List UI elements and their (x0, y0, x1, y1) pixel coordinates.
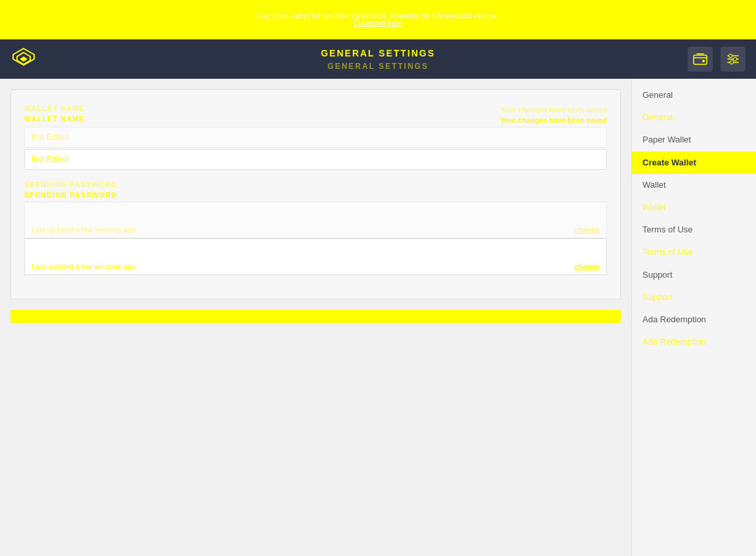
top-banner: Use Yoroi wallet for the best experience… (0, 0, 756, 39)
navbar-actions (688, 47, 746, 72)
sidebar-item-terms-ghost[interactable]: Terms of Use (632, 241, 756, 263)
save-bar (10, 310, 621, 323)
sidebar-item-wallet-ghost[interactable]: Wallet (632, 196, 756, 219)
wallet-name-row: WALLET NAME Your changes have been saved (24, 115, 607, 125)
wallet-icon-btn[interactable] (688, 47, 713, 72)
spending-meta: Last updated a few seconds ago change (24, 259, 607, 275)
save-status-ghost: Your changes have been saved (489, 106, 607, 114)
svg-marker-2 (20, 56, 28, 62)
change-btn[interactable]: change (574, 263, 600, 270)
spending-input-ghost[interactable] (24, 202, 607, 222)
banner-line2[interactable]: Download here (354, 20, 402, 27)
wallet-name-input-ghost[interactable] (24, 127, 607, 148)
navbar-title-line2: GENERAL SETTINGS (321, 60, 435, 72)
sidebar: General General Paper Wallet Create Wall… (631, 79, 756, 556)
settings-form: WALLET NAME Your changes have been saved… (10, 89, 621, 299)
navbar-title-line1: GENERAL SETTINGS (321, 47, 435, 60)
sidebar-item-paper-wallet[interactable]: Paper Wallet (632, 129, 756, 151)
sidebar-item-wallet[interactable]: Wallet (632, 174, 756, 196)
content-area: WALLET NAME Your changes have been saved… (0, 79, 631, 556)
spending-label: SPENDING PASSWORD (24, 191, 607, 199)
svg-point-8 (729, 54, 732, 58)
wallet-name-group: WALLET NAME Your changes have been saved… (24, 104, 607, 170)
svg-point-4 (702, 60, 705, 62)
change-btn-ghost[interactable]: change (574, 226, 600, 234)
main-layout: WALLET NAME Your changes have been saved… (0, 79, 756, 556)
navbar-title: GENERAL SETTINGS GENERAL SETTINGS (321, 47, 435, 72)
spending-input-wrap: Last updated a few seconds ago change (24, 238, 607, 275)
sidebar-item-create-wallet[interactable]: Create Wallet (632, 152, 756, 174)
spending-meta-ghost: Last updated a few seconds ago change (24, 222, 607, 238)
sidebar-item-ada-redemption-ghost[interactable]: Ada Redemption (632, 331, 756, 353)
navbar: GENERAL SETTINGS GENERAL SETTINGS (0, 39, 756, 79)
sidebar-item-support[interactable]: Support (632, 264, 756, 286)
sidebar-item-general[interactable]: General (632, 84, 756, 106)
logo-icon (10, 46, 37, 72)
spending-label-ghost: SPENDING PASSWORD (24, 181, 607, 188)
settings-icon-btn[interactable] (721, 47, 746, 72)
sidebar-item-general-ghost[interactable]: General (632, 106, 756, 129)
svg-rect-3 (694, 55, 707, 64)
wallet-name-input[interactable] (24, 149, 607, 170)
svg-point-10 (730, 61, 734, 64)
sidebar-item-terms[interactable]: Terms of Use (632, 219, 756, 241)
last-updated: Last updated a few seconds ago (32, 263, 135, 270)
sidebar-item-support-ghost[interactable]: Support (632, 286, 756, 309)
banner-line1: Use Yoroi wallet for the best experience… (258, 12, 499, 20)
wallet-name-ghost-label: WALLET NAME (24, 104, 85, 112)
save-status: Your changes have been saved (489, 116, 607, 124)
spending-input[interactable] (24, 238, 607, 259)
sidebar-item-ada-redemption[interactable]: Ada Redemption (632, 309, 756, 331)
logo[interactable] (10, 46, 37, 72)
spending-password-group: SPENDING PASSWORD SPENDING PASSWORD Last… (24, 181, 607, 275)
svg-point-9 (734, 58, 737, 61)
wallet-name-label: WALLET NAME (24, 115, 85, 123)
spending-input-wrap-ghost: Last updated a few seconds ago change (24, 202, 607, 238)
last-updated-ghost: Last updated a few seconds ago (32, 226, 135, 234)
wallet-name-ghost-row: WALLET NAME Your changes have been saved (24, 104, 607, 115)
